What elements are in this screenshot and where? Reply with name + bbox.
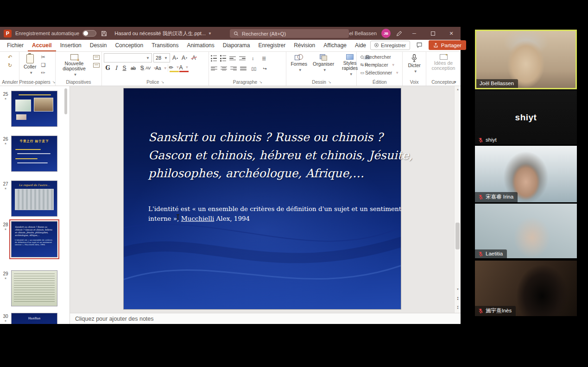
autosave-toggle[interactable] [82, 30, 96, 37]
slide-thumbnail-25[interactable] [11, 91, 57, 127]
inking-pen-icon[interactable] [396, 31, 402, 37]
tab-diaporama[interactable]: Diaporama [219, 40, 254, 51]
slide-thumbnail-27[interactable]: Le regard de l'autre… [11, 180, 57, 217]
slide-thumbnail-29[interactable] [11, 270, 57, 306]
scrollbar-thumb[interactable] [455, 223, 460, 249]
format-painter-button[interactable]: ✏ [39, 69, 47, 77]
tab-dessin[interactable]: Dessin [86, 40, 111, 51]
comments-button[interactable] [414, 41, 424, 50]
search-box[interactable]: Rechercher (Alt+Q) [230, 29, 349, 38]
tab-conception[interactable]: Conception [111, 40, 147, 51]
change-case-button[interactable]: Aa▼ [156, 64, 166, 72]
replace-button[interactable]: ⇆ Remplacer▼ [359, 61, 396, 69]
dialog-launcher-icon[interactable]: ↘ [259, 80, 262, 84]
shrink-font-button[interactable]: A [181, 54, 189, 62]
font-color-button[interactable]: A▼ [179, 64, 189, 72]
redo-button[interactable]: ↻ [6, 62, 13, 69]
arrange-button[interactable]: Organiser ▼ [310, 53, 336, 74]
collapse-ribbon-button[interactable]: ▼ [454, 81, 457, 84]
slide-title-text[interactable]: Sanskrit ou chinois ? Russe ou chinois ?… [148, 128, 413, 182]
italic-button[interactable]: I [112, 64, 120, 72]
numbered-list-button[interactable] [220, 55, 226, 62]
tab-revision[interactable]: Révision [290, 40, 319, 51]
slide-canvas[interactable]: Sanskrit ou chinois ? Russe ou chinois ?… [124, 88, 401, 309]
font-size-combo[interactable]: 28▼ [153, 53, 170, 62]
bullet-list-button[interactable] [211, 55, 217, 62]
video-tile-irina[interactable]: 宋嘉睿 Irina [475, 146, 577, 202]
thumbnail-scrollbar-thumb[interactable] [64, 88, 67, 114]
dialog-launcher-icon[interactable]: ↘ [328, 80, 331, 84]
tab-insertion[interactable]: Insertion [56, 40, 86, 51]
grow-font-button[interactable]: A [171, 54, 179, 62]
cut-button[interactable]: ✂ [39, 53, 47, 61]
columns-button[interactable]: ▯▯ [250, 64, 258, 73]
new-slide-button[interactable]: Nouvelle diapositive ▼ [57, 53, 91, 78]
avatar[interactable]: JB [381, 29, 391, 38]
slide-editor-canvas[interactable]: Sanskrit ou chinois ? Russe ou chinois ?… [70, 86, 461, 313]
tab-animations[interactable]: Animations [183, 40, 218, 51]
share-button[interactable]: Partager [429, 40, 466, 50]
slide-body-text[interactable]: L'identité est « un ensemble de critères… [148, 204, 401, 224]
slide-thumbnail-28-selected[interactable]: Sanskrit ou chinois ? Russe ou chinois ?… [11, 221, 57, 257]
slide-thumbnail-26[interactable]: 千里之行 始于足下 [11, 136, 57, 172]
tab-aide[interactable]: Aide [351, 40, 370, 51]
tab-transitions[interactable]: Transitions [147, 40, 183, 51]
document-title[interactable]: Hasard ou nécessité 我的汉语人生.ppt... [114, 30, 206, 37]
dialog-launcher-icon[interactable]: ↘ [161, 80, 164, 84]
convert-smartart-button[interactable]: ↪ [261, 64, 269, 73]
text-shadow-button[interactable]: S [138, 64, 146, 72]
text-direction-button[interactable]: ☰ [260, 54, 268, 62]
reset-icon [93, 63, 100, 68]
select-button[interactable]: ▭ Sélectionner▼ [359, 69, 400, 77]
tab-accueil[interactable]: Accueil [28, 40, 56, 51]
reset-slide-button[interactable] [92, 61, 101, 69]
video-tile-shiyt[interactable]: shiyt shiyt [475, 90, 577, 144]
record-button[interactable]: Enregistrer [370, 41, 410, 50]
align-right-button[interactable] [230, 66, 237, 71]
decrease-indent-button[interactable] [229, 56, 236, 61]
copy-button[interactable]: ❏ [39, 61, 47, 69]
thumbnail-scrollbar[interactable] [63, 86, 70, 324]
group-label: Dessin↘ [288, 79, 354, 86]
font-name-combo[interactable]: ▼ [104, 53, 152, 62]
align-left-button[interactable] [211, 66, 217, 71]
shapes-button[interactable]: Formes ▼ [288, 53, 310, 74]
video-tile-joel-bellassen[interactable]: Joël Bellassen [475, 30, 577, 89]
paste-button[interactable]: Coller ▼ [21, 53, 38, 76]
close-button[interactable]: ✕ [442, 27, 461, 40]
editor-scrollbar[interactable]: ▲ ▼ ▲▲ ▼▼ [454, 86, 461, 313]
video-tile-laetitia[interactable]: Laetitia [475, 204, 577, 258]
tab-affichage[interactable]: Affichage [319, 40, 351, 51]
video-tile-ines[interactable]: 施宇熹Inès [475, 261, 577, 316]
find-button[interactable]: Rechercher [359, 53, 392, 61]
previous-slide-button[interactable]: ▲▲ [455, 294, 461, 302]
design-ideas-button[interactable]: Idées de conception [428, 53, 459, 72]
slide-thumbnail-30[interactable]: HanBan [11, 313, 57, 324]
notes-pane[interactable]: Cliquez pour ajouter des notes [70, 313, 461, 324]
line-spacing-button[interactable]: ↕ [249, 54, 257, 62]
chevron-down-icon: ▼ [164, 66, 167, 70]
maximize-button[interactable] [424, 27, 442, 40]
scroll-up-button[interactable]: ▲ [455, 86, 461, 93]
powerpoint-app-icon[interactable]: P [4, 30, 12, 37]
save-icon[interactable] [101, 31, 107, 37]
tab-enregistrer[interactable]: Enregistrer [254, 40, 290, 51]
character-spacing-button[interactable]: AV▼ [146, 64, 156, 72]
increase-indent-button[interactable] [239, 56, 246, 61]
bold-button[interactable]: G [104, 64, 112, 72]
slide-number: 25 [3, 92, 8, 97]
slide-layout-button[interactable] [92, 53, 101, 61]
dialog-launcher-icon[interactable]: ↘ [52, 80, 56, 84]
justify-button[interactable] [240, 66, 247, 71]
clear-formatting-button[interactable]: A [190, 54, 198, 62]
text-highlight-button[interactable]: ✏▼ [170, 64, 179, 72]
scroll-down-button[interactable]: ▼ [455, 286, 461, 292]
underline-button[interactable]: S [120, 64, 128, 72]
strikethrough-button[interactable]: ab [129, 64, 138, 72]
minimize-button[interactable]: ─ [405, 27, 424, 40]
next-slide-button[interactable]: ▼▼ [455, 304, 461, 311]
align-center-button[interactable] [221, 66, 227, 71]
dictate-button[interactable]: Dicter ▼ [405, 53, 423, 75]
tab-fichier[interactable]: Fichier [3, 40, 28, 51]
undo-button[interactable]: ↶ [6, 53, 13, 61]
